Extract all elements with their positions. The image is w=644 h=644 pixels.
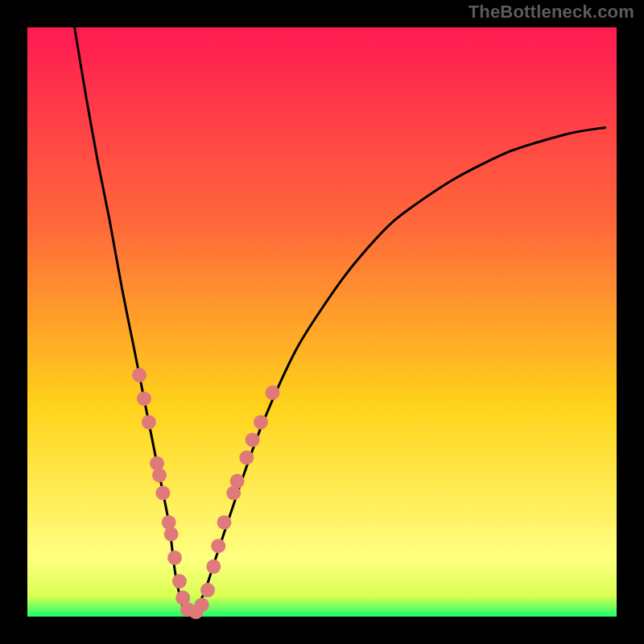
chart-svg [0,0,644,644]
highlight-dot [164,527,179,542]
highlight-dot [152,468,167,482]
highlight-dot [167,551,182,565]
highlight-dot [132,368,147,382]
highlight-dot [137,391,151,406]
highlight-dot [142,415,156,429]
chart-container: TheBottleneck.com [0,0,644,644]
highlight-dot [155,485,170,500]
highlight-dot [172,574,187,588]
highlight-dot [239,450,254,464]
highlight-dot [195,597,209,612]
highlight-dot [211,539,225,553]
highlight-dot [206,559,221,574]
highlight-dot [217,515,232,530]
highlight-dot [230,474,245,489]
plot-area [27,27,617,617]
highlight-dot [266,386,280,400]
highlight-dot [246,432,260,447]
watermark-text: TheBottleneck.com [469,2,634,23]
highlight-dot [254,415,268,429]
highlight-dot [200,583,215,597]
